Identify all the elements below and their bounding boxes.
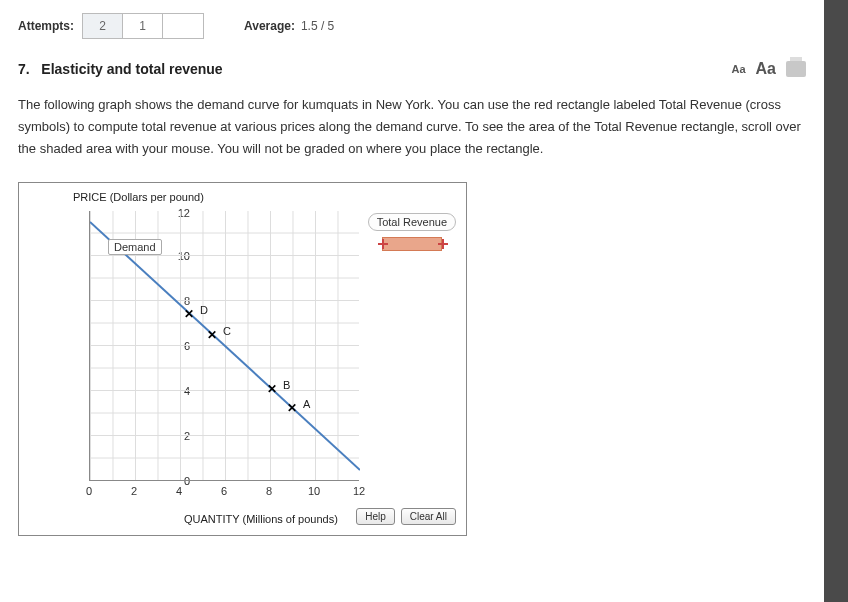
demand-series-label: Demand (108, 239, 162, 255)
question-header: 7. Elasticity and total revenue Aa Aa (18, 60, 806, 78)
point-d[interactable] (186, 311, 196, 321)
question-title: 7. Elasticity and total revenue (18, 61, 223, 77)
point-d-label: D (200, 304, 208, 316)
text-tools: Aa Aa (731, 60, 806, 78)
point-a-label: A (303, 398, 310, 410)
average-label: Average: (244, 19, 295, 33)
total-revenue-legend: Total Revenue (368, 213, 456, 251)
average-value: 1.5 / 5 (301, 19, 334, 33)
font-size-increase-icon[interactable]: Aa (756, 60, 776, 78)
x-tick: 12 (353, 485, 365, 497)
question-title-text: Elasticity and total revenue (41, 61, 222, 77)
point-a[interactable] (289, 405, 299, 415)
graph-container: PRICE (Dollars per pound) 0 2 4 6 8 10 1… (18, 182, 467, 536)
question-text: The following graph shows the demand cur… (18, 94, 806, 160)
total-revenue-tool[interactable] (382, 237, 442, 251)
attempt-box-3[interactable] (163, 14, 203, 38)
y-axis-title: PRICE (Dollars per pound) (73, 191, 204, 203)
attempt-box-2[interactable]: 1 (123, 14, 163, 38)
attempts-label: Attempts: (18, 19, 74, 33)
attempt-boxes: 2 1 (82, 13, 204, 39)
plot-area[interactable]: Demand D C B A (89, 211, 359, 481)
total-revenue-label: Total Revenue (368, 213, 456, 231)
x-tick: 8 (266, 485, 272, 497)
x-tick: 10 (308, 485, 320, 497)
svg-line-0 (90, 222, 360, 470)
help-button[interactable]: Help (356, 508, 395, 525)
cross-handle-icon[interactable] (378, 239, 388, 249)
print-icon[interactable] (786, 61, 806, 77)
graph-buttons: Help Clear All (356, 508, 456, 525)
question-content: Attempts: 2 1 Average: 1.5 / 5 7. Elasti… (0, 0, 824, 548)
vertical-scrollbar[interactable] (824, 0, 848, 602)
x-tick: 4 (176, 485, 182, 497)
x-axis-title: QUANTITY (Millions of pounds) (184, 513, 338, 525)
clear-all-button[interactable]: Clear All (401, 508, 456, 525)
font-size-decrease-icon[interactable]: Aa (731, 63, 745, 75)
x-tick: 6 (221, 485, 227, 497)
attempts-row: Attempts: 2 1 Average: 1.5 / 5 (18, 12, 806, 40)
attempt-box-1[interactable]: 2 (83, 14, 123, 38)
point-b[interactable] (269, 386, 279, 396)
point-c-label: C (223, 325, 231, 337)
x-tick: 0 (86, 485, 92, 497)
cross-handle-icon[interactable] (438, 239, 448, 249)
point-c[interactable] (209, 332, 219, 342)
question-number: 7. (18, 61, 30, 77)
x-tick: 2 (131, 485, 137, 497)
point-b-label: B (283, 379, 290, 391)
